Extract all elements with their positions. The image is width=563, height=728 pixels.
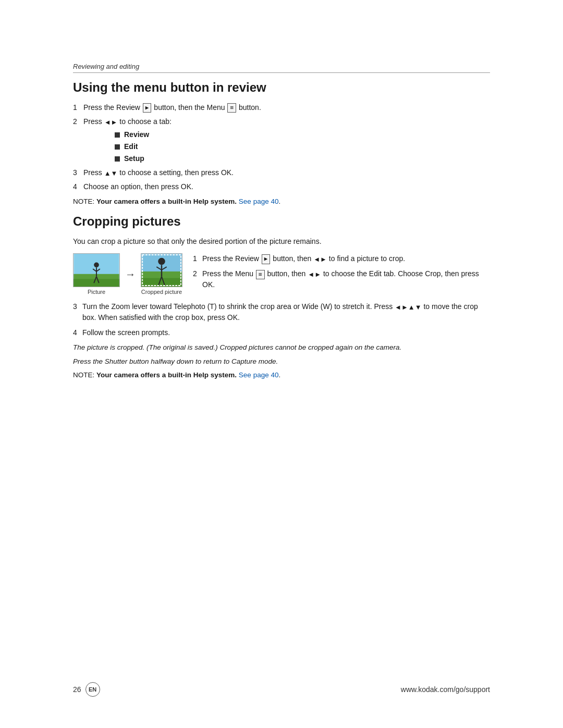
note-link[interactable]: See page 40	[239, 198, 279, 205]
step-3-text: Press ▲▼ to choose a setting, then press…	[83, 168, 234, 177]
crop-inline-steps: 1 Press the Review ▶ button, then ◄► to …	[193, 253, 490, 294]
section-label: Reviewing and editing	[73, 63, 490, 70]
step-4-text: Choose an option, then press OK.	[83, 182, 193, 191]
note2-link[interactable]: See page 40	[239, 371, 279, 379]
svg-rect-2	[74, 279, 119, 287]
picture-label: Picture	[88, 289, 105, 295]
step-2: 2 Press ◄► to choose a tab: Review Edit …	[73, 116, 490, 164]
step-4-num: 4	[73, 181, 77, 192]
crop-images: Picture →	[73, 253, 182, 295]
page: Reviewing and editing Using the menu but…	[0, 0, 563, 728]
crop-intro: You can crop a picture so that only the …	[73, 236, 490, 247]
website-url: www.kodak.com/go/support	[401, 685, 490, 694]
page-number: 26	[73, 685, 81, 694]
bullet-square-icon	[115, 156, 120, 162]
crop-step-3-num: 3	[73, 301, 77, 312]
menu-icon-2: ≡	[256, 270, 265, 279]
bullet-review: Review	[104, 129, 490, 140]
crop-step-4-text: Follow the screen prompts.	[82, 328, 170, 337]
cropped-picture-label: Cropped picture	[141, 289, 182, 295]
section1-note: NOTE: Your camera offers a built-in Help…	[73, 196, 490, 207]
crop-step-2-text: Press the Menu ≡ button, then ◄► to choo…	[202, 269, 479, 289]
crop-step-2-num: 2	[193, 268, 197, 279]
crop-step-4: 4 Follow the screen prompts.	[73, 327, 490, 338]
step-1-text: Press the Review ▶ button, then the Menu…	[83, 103, 261, 112]
step-1-num: 1	[73, 102, 77, 113]
svg-point-12	[158, 258, 165, 265]
review-icon-2: ▶	[262, 254, 271, 264]
svg-point-3	[94, 263, 99, 268]
step-3: 3 Press ▲▼ to choose a setting, then pre…	[73, 167, 490, 178]
menu-icon: ≡	[227, 103, 236, 113]
crop-step-4-num: 4	[73, 327, 77, 338]
review-icon: ▶	[143, 103, 152, 113]
top-divider	[73, 72, 490, 73]
page-number-area: 26 EN	[73, 682, 100, 697]
bullet-square-icon	[115, 144, 120, 150]
italic-note-2: Press the Shutter button halfway down to…	[73, 356, 490, 367]
original-picture-thumb	[73, 253, 120, 287]
italic-note-1: The picture is cropped. (The original is…	[73, 342, 490, 353]
bullet-square-icon	[115, 132, 120, 138]
section2-note: NOTE: Your camera offers a built-in Help…	[73, 370, 490, 380]
bullet-tabs: Review Edit Setup	[104, 129, 490, 164]
bullet-setup: Setup	[104, 153, 490, 164]
step-1: 1 Press the Review ▶ button, then the Me…	[73, 102, 490, 113]
crop-step-3-text: Turn the Zoom lever toward Telephoto (T)…	[82, 302, 478, 322]
note-prefix: NOTE:	[73, 198, 96, 205]
bullet-edit: Edit	[104, 141, 490, 152]
note-bold: Your camera offers a built-in Help syste…	[96, 198, 237, 205]
step-4: 4 Choose an option, then press OK.	[73, 181, 490, 192]
crop-step-1-num: 1	[193, 253, 197, 264]
crop-images-row: Picture →	[73, 253, 182, 295]
step-2-num: 2	[73, 116, 77, 127]
arrow-icon: →	[125, 269, 136, 279]
cropped-picture-thumb	[141, 253, 182, 287]
step-3-num: 3	[73, 167, 77, 178]
crop-content: Picture →	[73, 253, 490, 295]
en-badge: EN	[85, 682, 100, 697]
cropped-picture: Cropped picture	[141, 253, 182, 295]
section2-title: Cropping pictures	[73, 214, 490, 229]
crop-step-1-text: Press the Review ▶ button, then ◄► to fi…	[202, 254, 405, 263]
original-picture: Picture	[73, 253, 120, 295]
note2-bold: Your camera offers a built-in Help syste…	[96, 371, 237, 379]
section1-title: Using the menu button in review	[73, 80, 490, 95]
page-footer: 26 EN www.kodak.com/go/support	[73, 682, 490, 697]
step-2-text: Press ◄► to choose a tab:	[83, 117, 172, 126]
crop-step-1: 1 Press the Review ▶ button, then ◄► to …	[193, 253, 490, 264]
note2-prefix: NOTE:	[73, 371, 96, 379]
crop-step-3: 3 Turn the Zoom lever toward Telephoto (…	[73, 301, 490, 323]
crop-step-2: 2 Press the Menu ≡ button, then ◄► to ch…	[193, 268, 490, 290]
section1-steps: 1 Press the Review ▶ button, then the Me…	[73, 102, 490, 192]
